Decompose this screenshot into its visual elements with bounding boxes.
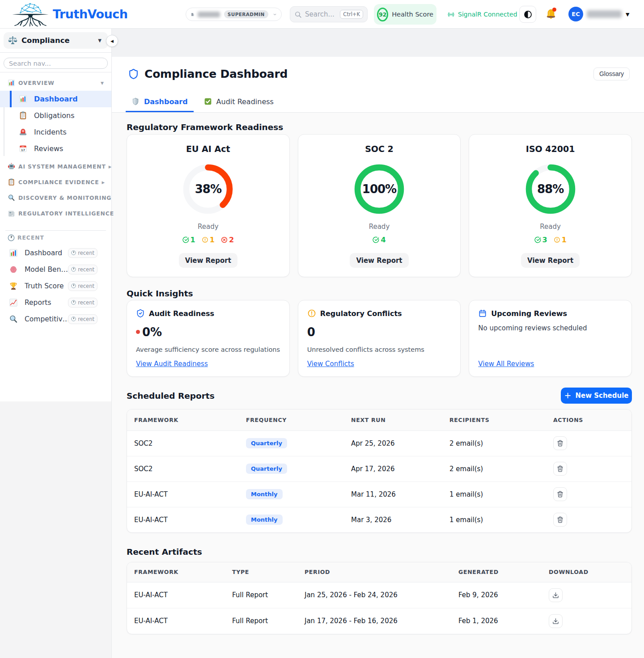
sidebar-item-obligations[interactable]: Obligations	[0, 107, 111, 124]
scheduled-reports-table: FRAMEWORKFREQUENCYNEXT RUNRECIPIENTSACTI…	[127, 409, 631, 532]
column-header: FREQUENCY	[239, 409, 344, 430]
insight-title-row: Regulatory Conflicts	[307, 309, 452, 318]
sidebar-group-icon	[8, 163, 15, 170]
table-row: EU-AI-ACTFull ReportJan 17, 2026 - Feb 1…	[127, 608, 631, 634]
user-menu-caret[interactable]: ▼	[626, 0, 629, 29]
search-icon	[294, 11, 302, 18]
chevron-right-icon: ▶	[109, 164, 112, 169]
stat-warn: 1	[202, 236, 215, 244]
check-circle-icon	[182, 236, 189, 243]
sidebar-recent-item[interactable]: Truth Score recent	[0, 278, 111, 294]
divider	[0, 72, 111, 72]
recent-artifacts-table: FRAMEWORKTYPEPERIODGENERATEDDOWNLOAD EU-…	[127, 562, 631, 634]
stat-warn: 1	[554, 236, 567, 244]
module-caret-icon: ▼	[98, 38, 102, 43]
cell-actions	[546, 507, 631, 532]
tab-icon	[204, 97, 212, 105]
health-score-badge[interactable]: 92 Health Score	[374, 4, 436, 25]
sidebar-item-icon	[19, 111, 27, 120]
sidebar-group-label: DISCOVERY & MONITORING	[18, 195, 111, 201]
insight-title: Audit Readiness	[149, 309, 214, 318]
sidebar-group[interactable]: REGULATORY INTELLIGENCE	[0, 206, 111, 221]
sidebar-group-label: COMPLIANCE EVIDENCE	[18, 179, 99, 186]
download-button[interactable]	[549, 614, 563, 628]
frequency-pill: Quarterly	[246, 438, 287, 448]
cell-framework: EU-AI-ACT	[127, 582, 225, 608]
theme-toggle-button[interactable]	[519, 6, 536, 23]
sidebar-group-overview[interactable]: OVERVIEW ▼	[0, 75, 111, 91]
sidebar-recent-item[interactable]: Reports recent	[0, 294, 111, 311]
alert-circle-icon	[554, 236, 560, 243]
stat-x: 2	[221, 236, 234, 244]
sidebar-item-dashboard[interactable]: Dashboard	[0, 91, 111, 107]
column-header: ACTIONS	[546, 409, 631, 430]
column-header: FRAMEWORK	[127, 562, 225, 582]
cell-next-run: Apr 17, 2026	[344, 456, 442, 481]
insight-link[interactable]: View All Reviews	[478, 360, 534, 368]
page-header: Compliance Dashboard Glossary	[112, 57, 644, 91]
nav-area: OVERVIEW ▼ Dashboard Obligations Inciden…	[0, 75, 111, 221]
health-score-ring: 92	[377, 8, 388, 21]
recent-item-icon	[9, 265, 18, 274]
stat-check: 4	[373, 236, 386, 244]
view-report-button[interactable]: View Report	[350, 253, 408, 268]
sidebar-item-reviews[interactable]: Reviews	[0, 140, 111, 157]
view-report-button[interactable]: View Report	[521, 253, 580, 268]
recent-badge: recent	[68, 248, 97, 258]
delete-button[interactable]	[553, 462, 567, 476]
notifications-button[interactable]	[545, 8, 557, 20]
clock-icon	[8, 234, 15, 241]
column-header: NEXT RUN	[344, 409, 442, 430]
download-button[interactable]	[549, 588, 563, 602]
sidebar-recent-item[interactable]: Model Ben… recent	[0, 261, 111, 278]
recent-badge-label: recent	[78, 299, 94, 306]
cell-generated: Feb 1, 2026	[451, 608, 542, 634]
insight-link[interactable]: View Audit Readiness	[136, 360, 208, 368]
brand-title: TruthVouch	[53, 2, 128, 27]
module-switcher[interactable]: Compliance ▼	[4, 32, 108, 49]
tab-audit-readiness[interactable]: Audit Readiness	[198, 91, 280, 112]
chart-bar-icon	[8, 79, 15, 87]
cell-generated: Feb 9, 2026	[451, 582, 542, 608]
sidebar-collapse-button[interactable]: ◀	[106, 35, 118, 47]
sidebar-group[interactable]: COMPLIANCE EVIDENCE ▶	[0, 174, 111, 190]
role-badge: SUPERADMIN	[224, 10, 268, 18]
column-header: RECIPIENTS	[442, 409, 546, 430]
sidebar-recent-item[interactable]: Competitiv… recent	[0, 311, 111, 327]
recent-item-icon	[9, 249, 18, 257]
notification-dot	[552, 8, 556, 12]
sidebar-recent-item[interactable]: Dashboard recent	[0, 245, 111, 261]
insight-link[interactable]: View Conflicts	[307, 360, 354, 368]
delete-button[interactable]	[553, 487, 567, 501]
recent-label: RECENT	[17, 235, 44, 241]
cell-next-run: Mar 3, 2026	[344, 507, 442, 532]
sidebar-group-icon	[8, 194, 15, 202]
nav-search-input[interactable]: Search nav...	[4, 58, 108, 69]
recent-badge-label: recent	[78, 250, 94, 256]
table-row: EU-AI-ACTMonthlyMar 11, 20261 email(s)	[127, 481, 631, 507]
sidebar-recent-header: RECENT	[8, 231, 44, 245]
insight-note: No upcoming reviews scheduled	[478, 324, 623, 332]
cell-frequency: Quarterly	[239, 430, 344, 456]
sidebar-item-incidents[interactable]: Incidents	[0, 124, 111, 140]
table-row: EU-AI-ACTMonthlyMar 3, 20261 email(s)	[127, 507, 631, 532]
view-report-button[interactable]: View Report	[179, 253, 237, 268]
contrast-icon	[523, 10, 533, 19]
insight-desc: Average sufficiency score across regulat…	[136, 346, 280, 353]
sidebar-group[interactable]: DISCOVERY & MONITORING	[0, 190, 111, 206]
frequency-pill: Monthly	[246, 515, 283, 525]
glossary-button[interactable]: Glossary	[593, 67, 630, 80]
global-search-input[interactable]: Search... Ctrl+K	[290, 6, 368, 22]
delete-button[interactable]	[553, 436, 567, 450]
trash-icon	[557, 491, 564, 498]
delete-button[interactable]	[553, 513, 567, 527]
new-schedule-button[interactable]: + New Schedule	[561, 388, 632, 404]
sidebar-group-label: REGULATORY INTELLIGENCE	[18, 211, 114, 217]
chevron-right-icon: ▶	[102, 180, 105, 185]
tab-dashboard[interactable]: Dashboard	[126, 91, 194, 112]
readiness-percent: 88%	[525, 164, 576, 214]
sidebar-group[interactable]: AI SYSTEM MANAGEMENT ▶	[0, 159, 111, 174]
brand[interactable]: TruthVouch	[11, 2, 128, 27]
avatar[interactable]: EC	[568, 7, 583, 21]
org-selector[interactable]: SUPERADMIN	[186, 8, 282, 21]
